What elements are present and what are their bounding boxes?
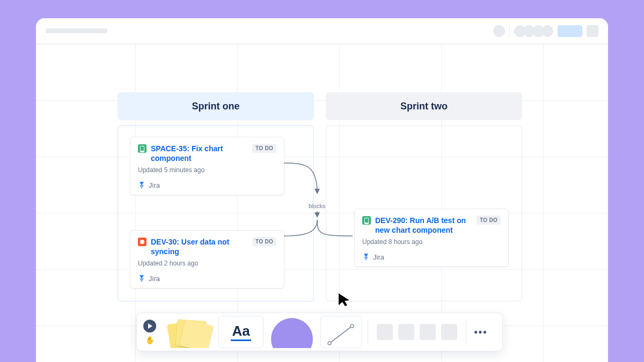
- status-badge: TO DO: [252, 144, 276, 153]
- issue-card-dev290[interactable]: DEV-290: Run A/B test on new chart compo…: [354, 209, 509, 267]
- tool-mode-group: ✋: [141, 320, 158, 344]
- sprint-body[interactable]: DEV-290: Run A/B test on new chart compo…: [326, 125, 522, 301]
- card-title[interactable]: SPACE-35: Fix chart component: [151, 144, 248, 163]
- svg-point-2: [350, 324, 354, 328]
- card-header-row: SPACE-35: Fix chart component TO DO: [138, 144, 276, 163]
- card-header-row: DEV-290: Run A/B test on new chart compo…: [362, 216, 501, 235]
- issue-card-space35[interactable]: SPACE-35: Fix chart component TO DO Upda…: [130, 137, 284, 195]
- connector-tool[interactable]: [320, 316, 362, 348]
- whiteboard-toolbar: ✋ Aa: [136, 313, 503, 351]
- card-header-row: DEV-30: User data not syncing TO DO: [138, 237, 276, 256]
- svg-point-1: [328, 342, 331, 345]
- top-bar-right: [493, 25, 598, 37]
- bug-issue-icon: [138, 238, 147, 246]
- sprint-body[interactable]: SPACE-35: Fix chart component TO DO Upda…: [118, 125, 314, 301]
- sticky-stack-icon: [169, 316, 208, 348]
- card-updated: Updated 5 minutes ago: [138, 166, 276, 174]
- toolbar-divider: [368, 320, 368, 344]
- svg-line-0: [330, 326, 352, 343]
- text-tool-label: Aa: [231, 323, 251, 341]
- toolbar-tool-placeholder[interactable]: [441, 324, 457, 340]
- sticky-note-tool[interactable]: [163, 316, 214, 348]
- presence-avatar[interactable]: [541, 25, 553, 37]
- card-footer: Jira: [362, 253, 501, 261]
- status-badge: TO DO: [252, 237, 276, 246]
- toolbar-extra-group: [374, 324, 460, 340]
- line-icon: [325, 322, 357, 348]
- story-issue-icon: [362, 216, 371, 225]
- jira-icon: [362, 254, 370, 261]
- card-source: Jira: [373, 253, 384, 261]
- text-tool[interactable]: Aa: [218, 316, 264, 348]
- card-footer: Jira: [138, 181, 276, 189]
- jira-icon: [138, 182, 145, 189]
- card-footer: Jira: [138, 275, 276, 283]
- issue-card-dev30[interactable]: DEV-30: User data not syncing TO DO Upda…: [130, 230, 284, 289]
- jira-icon: [138, 275, 145, 283]
- presence-avatar[interactable]: [493, 25, 505, 37]
- sprint-group-two[interactable]: Sprint two DEV-290: Run A/B test on new …: [326, 92, 522, 301]
- card-source: Jira: [149, 181, 160, 189]
- divider: [509, 25, 510, 37]
- top-bar: [36, 18, 608, 44]
- more-tools-button[interactable]: •••: [472, 323, 490, 341]
- presence-avatar-stack[interactable]: [514, 25, 553, 37]
- whiteboard-canvas[interactable]: Sprint one SPACE-35: Fix chart component…: [36, 44, 608, 362]
- toolbar-tool-placeholder[interactable]: [420, 324, 436, 340]
- sprint-group-one[interactable]: Sprint one SPACE-35: Fix chart component…: [118, 92, 314, 301]
- card-updated: Updated 8 hours ago: [362, 238, 501, 246]
- card-source: Jira: [149, 275, 160, 283]
- card-title[interactable]: DEV-30: User data not syncing: [151, 237, 248, 256]
- circle-shape-icon: [271, 318, 313, 348]
- shape-tool[interactable]: [268, 316, 316, 348]
- present-button[interactable]: [143, 320, 156, 333]
- sprint-title: Sprint two: [400, 101, 448, 112]
- sprint-header[interactable]: Sprint one: [118, 92, 314, 120]
- breadcrumb-placeholder: [46, 28, 107, 33]
- toolbar-tool-placeholder[interactable]: [377, 324, 393, 340]
- top-bar-action[interactable]: [587, 25, 598, 37]
- connector-label[interactable]: blocks: [309, 203, 325, 209]
- sprint-header[interactable]: Sprint two: [326, 92, 522, 120]
- hand-tool-icon[interactable]: ✋: [145, 336, 155, 344]
- share-button[interactable]: [558, 25, 582, 37]
- status-badge: TO DO: [477, 216, 501, 225]
- card-title[interactable]: DEV-290: Run A/B test on new chart compo…: [375, 216, 472, 235]
- toolbar-divider: [466, 320, 466, 344]
- sticky-icon: [179, 319, 214, 348]
- cursor-icon: [338, 292, 352, 307]
- sprint-title: Sprint one: [192, 101, 240, 112]
- story-issue-icon: [138, 144, 147, 153]
- toolbar-tool-placeholder[interactable]: [398, 324, 414, 340]
- card-updated: Updated 2 hours ago: [138, 260, 276, 267]
- whiteboard-app-window: Sprint one SPACE-35: Fix chart component…: [36, 18, 608, 362]
